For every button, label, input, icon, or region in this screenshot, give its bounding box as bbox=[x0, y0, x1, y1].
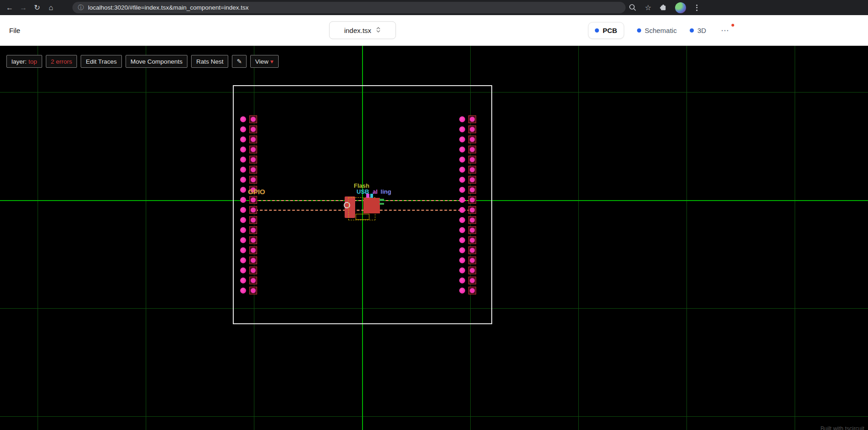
small-pad-green bbox=[379, 203, 384, 205]
errors-button[interactable]: 2 errors bbox=[46, 55, 77, 68]
rats-nest-label: Rats Nest bbox=[196, 58, 223, 65]
view-switcher: PCB Schematic 3D ⋯ bbox=[588, 15, 731, 45]
back-icon: ← bbox=[6, 4, 13, 12]
more-menu-button[interactable]: ⋯ bbox=[719, 26, 731, 35]
rats-nest-button[interactable]: Rats Nest bbox=[191, 55, 228, 68]
file-selector-value: index.tsx bbox=[344, 27, 371, 34]
errors-label: 2 errors bbox=[51, 58, 72, 65]
page-info-icon[interactable]: ⓘ bbox=[78, 5, 84, 11]
reload-button[interactable]: ↻ bbox=[30, 1, 44, 14]
forward-button[interactable]: → bbox=[16, 1, 30, 14]
edit-traces-button[interactable]: Edit Traces bbox=[81, 55, 122, 68]
address-bar[interactable]: ⓘ localhost:3020/#file=index.tsx&main_co… bbox=[72, 2, 626, 13]
file-menu[interactable]: File bbox=[9, 27, 20, 34]
tab-3d-label: 3D bbox=[698, 27, 706, 34]
pcb-label-usb: USB al ling bbox=[357, 188, 391, 195]
pcb-label-overlap-1: al bbox=[373, 188, 378, 195]
chevrons-up-down-icon bbox=[376, 26, 381, 34]
edit-traces-label: Edit Traces bbox=[86, 58, 117, 65]
file-selector[interactable]: index.tsx bbox=[329, 22, 396, 39]
component-silkscreen bbox=[356, 214, 369, 220]
tab-pcb[interactable]: PCB bbox=[588, 22, 624, 39]
notification-dot bbox=[731, 24, 734, 27]
small-pad-green bbox=[379, 199, 384, 201]
home-button[interactable]: ⌂ bbox=[44, 1, 58, 14]
pcb-label-usb-text: USB bbox=[357, 188, 369, 195]
extensions-icon[interactable] bbox=[659, 4, 667, 11]
tab-schematic[interactable]: Schematic bbox=[637, 27, 677, 34]
layer-value: top bbox=[28, 58, 37, 65]
pcb-canvas[interactable]: GPIO Flash USB al ling Built with tscirc… bbox=[0, 46, 868, 430]
layer-label: layer: bbox=[11, 58, 27, 65]
more-icon: ⋯ bbox=[721, 26, 729, 35]
reload-icon: ↻ bbox=[34, 3, 40, 12]
view-dropdown-button[interactable]: View ▾ bbox=[250, 55, 279, 68]
schematic-dot-icon bbox=[637, 28, 641, 33]
smd-pad-right bbox=[363, 198, 380, 213]
back-button[interactable]: ← bbox=[3, 1, 16, 14]
forward-icon: → bbox=[20, 4, 27, 12]
tab-3d[interactable]: 3D bbox=[690, 27, 706, 34]
browser-toolbar: ← → ↻ ⌂ ⓘ localhost:3020/#file=index.tsx… bbox=[0, 0, 868, 15]
pcb-viewport: GPIO Flash USB al ling Built with tscirc… bbox=[0, 46, 868, 430]
zoom-icon[interactable] bbox=[629, 4, 637, 11]
pcb-label-overlap-2: ling bbox=[381, 188, 391, 195]
layer-button[interactable]: layer: top bbox=[6, 55, 42, 68]
url-text: localhost:3020/#file=index.tsx&main_comp… bbox=[88, 4, 248, 11]
browser-menu-icon[interactable] bbox=[694, 5, 699, 11]
bookmark-star-icon[interactable]: ☆ bbox=[645, 3, 651, 12]
pcb-toolbar: layer: top 2 errors Edit Traces Move Com… bbox=[6, 55, 279, 68]
pcb-component-cluster[interactable] bbox=[0, 46, 868, 430]
view-label: View bbox=[255, 58, 269, 65]
tab-schematic-label: Schematic bbox=[645, 27, 677, 34]
pcb-label-gpio: GPIO bbox=[248, 188, 265, 196]
browser-actions: ☆ bbox=[629, 0, 699, 15]
pencil-tool-button[interactable]: ✎ bbox=[232, 55, 246, 68]
3d-dot-icon bbox=[690, 28, 694, 33]
pcb-dot-icon bbox=[595, 28, 599, 33]
caret-down-icon: ▾ bbox=[270, 58, 274, 65]
move-components-label: Move Components bbox=[131, 58, 182, 65]
profile-avatar[interactable] bbox=[675, 2, 686, 13]
home-icon: ⌂ bbox=[49, 4, 53, 12]
move-components-button[interactable]: Move Components bbox=[126, 55, 187, 68]
app-header: File index.tsx PCB Schematic 3D ⋯ bbox=[0, 15, 868, 46]
watermark: Built with tscircuit bbox=[820, 425, 864, 430]
tab-pcb-label: PCB bbox=[603, 27, 617, 34]
pencil-icon: ✎ bbox=[236, 58, 242, 65]
